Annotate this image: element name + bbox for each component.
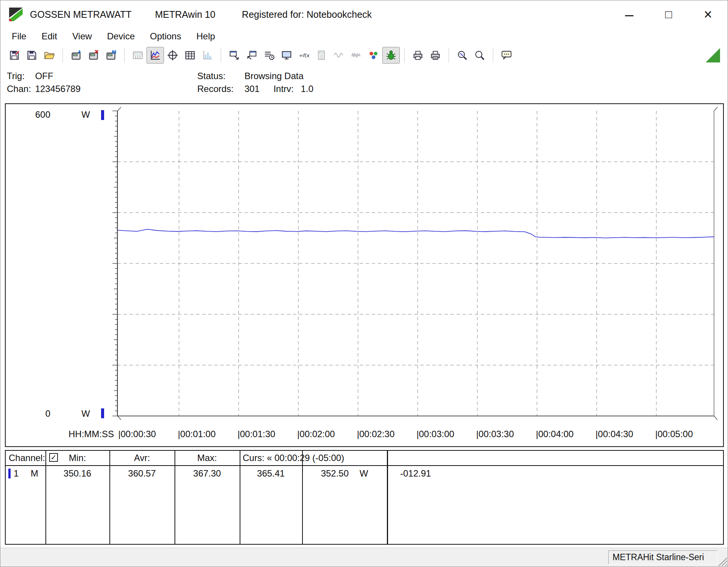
win-arrow2-icon	[246, 50, 257, 61]
zoom-button[interactable]	[471, 47, 488, 64]
import-window-button[interactable]	[243, 47, 260, 64]
toolbar-separator	[62, 48, 63, 63]
avr-header-label: Avr:	[109, 453, 175, 463]
toolbar-separator	[493, 48, 493, 63]
cursor2-unit: W	[360, 468, 368, 478]
menu-device[interactable]: Device	[100, 30, 142, 43]
brand-title: GOSSEN METRAWATT	[30, 9, 132, 20]
menubar: FileEditViewDeviceOptionsHelp	[0, 28, 728, 44]
record-list-button[interactable]	[260, 47, 278, 64]
minimize-button[interactable]: –	[610, 0, 649, 28]
maximize-button[interactable]: □	[649, 0, 688, 28]
cursor1-value: 365.41	[240, 468, 302, 479]
min-header-label: Min:	[45, 453, 109, 463]
max-value: 367.30	[175, 468, 240, 479]
table-column-separator	[109, 451, 110, 544]
resize-grip[interactable]	[718, 557, 727, 566]
list-clock-icon	[263, 50, 275, 61]
cursor-delta-value: -012.91	[400, 468, 491, 479]
print-preview-button[interactable]	[427, 47, 444, 64]
menu-edit[interactable]: Edit	[34, 30, 65, 43]
device-model-label: METRAHit Starline-Seri	[613, 552, 704, 562]
device-model-field: METRAHit Starline-Seri	[608, 550, 717, 564]
chart-view-button[interactable]	[147, 47, 164, 64]
device-m-icon	[105, 50, 117, 61]
table-view-button[interactable]	[181, 47, 199, 64]
folder-icon	[44, 50, 55, 61]
chart-panel: 600 W 0 W HH:MM:SS |00:00:30|00:01:00|00…	[5, 103, 724, 447]
annotation-button[interactable]	[498, 47, 515, 64]
bar-graph-view-button	[199, 47, 216, 64]
y-axis-max-label: 600	[21, 109, 50, 120]
trig-label: Trig:	[7, 71, 33, 81]
close-icon: ×	[704, 6, 712, 23]
cursor-crosshair-button[interactable]	[164, 47, 181, 64]
cursor-header-label: Curs: « 00:00:29 (-05:00)	[243, 453, 344, 463]
keypad-icon	[132, 50, 143, 61]
cursor2-value-group: 352.50 W	[302, 468, 387, 479]
registered-for-label: Registered for: Notebookcheck	[242, 9, 372, 20]
fx-icon	[298, 50, 310, 61]
statusbar: METRAHit Starline-Seri	[0, 548, 728, 567]
table-header-divider	[6, 465, 723, 466]
monitor-view-button[interactable]	[278, 47, 295, 64]
chart-plot[interactable]	[6, 104, 723, 446]
channel-header-label: Channel:	[9, 453, 45, 463]
toolbar-separator	[221, 48, 221, 63]
menu-file[interactable]: File	[4, 30, 34, 43]
intrv-value: 1.0	[301, 84, 313, 94]
read-device-button[interactable]	[67, 47, 85, 64]
menu-view[interactable]: View	[65, 30, 100, 43]
maximize-icon: □	[665, 8, 672, 21]
trig-value: OFF	[35, 71, 53, 81]
cursor2-value: 352.50	[321, 468, 349, 478]
device-memory-button[interactable]	[102, 47, 120, 64]
app-title: METRAwin 10	[155, 9, 215, 20]
bubble-icon	[501, 50, 512, 61]
min-value: 350.16	[45, 468, 109, 479]
color-settings-button[interactable]	[365, 47, 382, 64]
avr-value: 360.57	[109, 468, 175, 479]
table-column-separator	[387, 451, 388, 544]
calc-icon	[316, 50, 327, 61]
live-record-button[interactable]	[382, 47, 400, 64]
raw-curve-button	[348, 47, 365, 64]
channel-marker-bottom	[101, 408, 104, 418]
status-value: Browsing Data	[245, 71, 304, 81]
app-window: GOSSEN METRAWATT METRAwin 10 Registered …	[0, 0, 728, 567]
calculator-button	[313, 47, 330, 64]
status-panel: Trig: OFF Chan: 123456789 Status: Browsi…	[0, 71, 728, 101]
table-column-separator	[302, 451, 303, 544]
line-chart-icon	[150, 50, 161, 61]
smooth-curve-button	[330, 47, 348, 64]
crosshair-icon	[167, 50, 178, 61]
zoom-wave-icon	[457, 50, 468, 61]
open-button[interactable]	[41, 47, 58, 64]
formula-button[interactable]	[295, 47, 313, 64]
zoom-curve-button[interactable]	[454, 47, 471, 64]
app-logo-icon	[9, 7, 23, 22]
menu-help[interactable]: Help	[189, 30, 223, 43]
records-value: 301	[245, 84, 260, 94]
noise-icon	[351, 50, 362, 61]
win-arrow-icon	[229, 50, 240, 61]
close-button[interactable]: ×	[688, 0, 728, 28]
palette-icon	[368, 50, 379, 61]
save-button[interactable]	[6, 47, 23, 64]
y-axis-unit-top-label: W	[81, 109, 90, 120]
titlebar: GOSSEN METRAWATT METRAwin 10 Registered …	[0, 0, 728, 28]
sine-icon	[333, 50, 345, 61]
device-x-icon	[88, 50, 99, 61]
menu-options[interactable]: Options	[142, 30, 189, 43]
export-window-button[interactable]	[226, 47, 243, 64]
records-label: Records:	[197, 84, 242, 94]
corner-triangle-icon	[706, 48, 720, 62]
printer-icon	[412, 50, 424, 61]
save-data-button[interactable]	[23, 47, 41, 64]
y-axis-min-label: 0	[21, 408, 50, 419]
clear-device-memory-button[interactable]	[85, 47, 102, 64]
toolbar-separator	[449, 48, 449, 63]
toolbar	[0, 44, 705, 66]
intrv-label: Intrv:	[273, 84, 293, 94]
print-button[interactable]	[409, 47, 427, 64]
